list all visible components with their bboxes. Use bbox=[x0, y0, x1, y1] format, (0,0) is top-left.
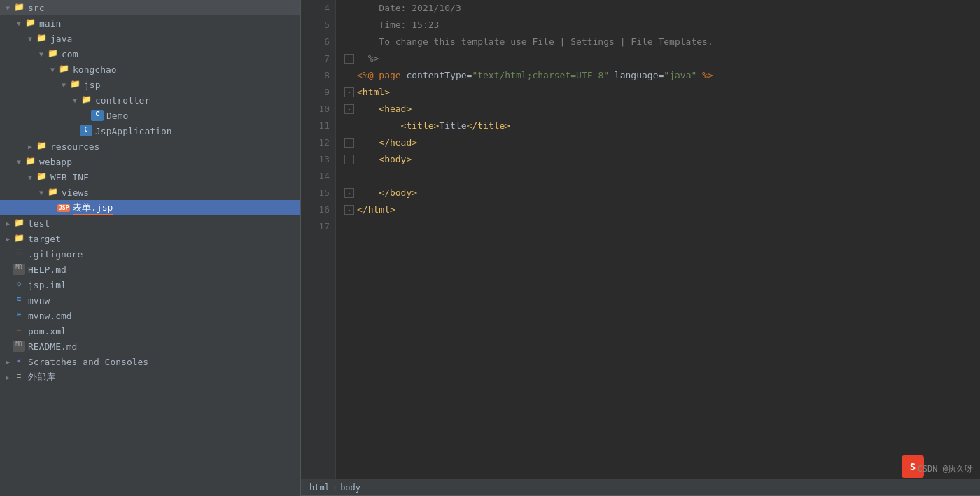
code-line: - <head> bbox=[344, 101, 972, 118]
tree-item-gitignore[interactable]: ☰.gitignore bbox=[0, 246, 300, 262]
tree-item-target[interactable]: ▶📁target bbox=[0, 231, 300, 246]
code-line: - <body> bbox=[344, 151, 972, 168]
tree-item-demo[interactable]: CDemo bbox=[0, 108, 300, 123]
tree-label-scratches: Scratches and Consoles bbox=[28, 357, 148, 367]
tree-item-mvnwcmd[interactable]: ≋mvnw.cmd bbox=[0, 308, 300, 323]
breadcrumb: html › body bbox=[301, 479, 980, 496]
code-line: Time: 15:23 bbox=[344, 17, 972, 34]
tree-item-resources[interactable]: ▶📁resources bbox=[0, 139, 300, 154]
fold-icon[interactable]: - bbox=[344, 54, 354, 64]
tree-label-jspiml: jsp.iml bbox=[28, 280, 66, 290]
tree-label-jspapp: JspApplication bbox=[95, 126, 172, 136]
fold-icon[interactable]: - bbox=[344, 87, 354, 97]
mvn-icon: ≋ bbox=[13, 295, 25, 306]
code-line: <%@ page contentType="text/html;charset=… bbox=[344, 67, 972, 84]
tree-arrow-scratches: ▶ bbox=[3, 358, 13, 366]
tree-label-src: src bbox=[28, 3, 44, 13]
tree-item-extlib[interactable]: ▶≡外部库 bbox=[0, 369, 300, 385]
tree-item-src[interactable]: ▼📁src bbox=[0, 0, 300, 15]
tree-item-webapp[interactable]: ▼📁webapp bbox=[0, 154, 300, 169]
tree-arrow-kongchao: ▼ bbox=[48, 66, 57, 73]
code-line: -</html> bbox=[344, 201, 972, 218]
jsp-icon: JSP bbox=[57, 202, 70, 213]
code-token: --%> bbox=[357, 50, 379, 67]
fold-icon[interactable]: - bbox=[344, 205, 354, 215]
code-token: "text/html;charset=UTF-8" bbox=[472, 67, 609, 84]
tree-item-pomxml[interactable]: ⋯pom.xml bbox=[0, 323, 300, 339]
tree-item-controller[interactable]: ▼📁controller bbox=[0, 92, 300, 108]
tree-label-gitignore: .gitignore bbox=[28, 249, 83, 260]
tree-item-jspiml[interactable]: ◇jsp.iml bbox=[0, 277, 300, 292]
tree-item-biaodanjsp[interactable]: JSP表单.jsp bbox=[0, 200, 300, 215]
line-number: 12 bbox=[307, 134, 330, 151]
folder-icon: 📁 bbox=[13, 218, 25, 229]
line-number: 17 bbox=[307, 218, 330, 235]
tree-item-views[interactable]: ▼📁views bbox=[0, 185, 300, 200]
tree-item-scratches[interactable]: ▶✦Scratches and Consoles bbox=[0, 354, 300, 369]
code-token: </title> bbox=[467, 118, 511, 134]
line-number: 15 bbox=[307, 185, 330, 201]
lib-icon: ≡ bbox=[13, 371, 25, 383]
folder-icon: 📁 bbox=[35, 33, 48, 44]
folder-icon: 📁 bbox=[57, 64, 70, 75]
line-number: 16 bbox=[307, 201, 330, 218]
tree-label-main: main bbox=[39, 18, 61, 29]
code-token: Date: 2021/10/3 bbox=[357, 0, 461, 17]
line-numbers: 4567891011121314151617 bbox=[301, 0, 336, 479]
iml-icon: ◇ bbox=[13, 279, 25, 290]
tree-arrow-com: ▼ bbox=[36, 50, 46, 58]
tree-arrow-test: ▶ bbox=[3, 220, 13, 227]
tree-item-jspapp[interactable]: CJspApplication bbox=[0, 123, 300, 139]
fold-icon[interactable]: - bbox=[344, 104, 354, 114]
tree-item-helpmd[interactable]: MDHELP.md bbox=[0, 262, 300, 277]
code-token: </html> bbox=[357, 201, 396, 218]
fold-icon[interactable]: - bbox=[344, 138, 354, 148]
tree-item-jsp[interactable]: ▼📁jsp bbox=[0, 77, 300, 92]
line-number: 4 bbox=[307, 0, 330, 17]
code-token: language= bbox=[609, 67, 664, 84]
tree-arrow-views: ▼ bbox=[36, 189, 46, 197]
tree-arrow-src: ▼ bbox=[3, 4, 13, 12]
code-line: - </head> bbox=[344, 134, 972, 151]
java-icon: C bbox=[91, 110, 104, 121]
line-number: 5 bbox=[307, 17, 330, 34]
tree-label-demo: Demo bbox=[106, 111, 128, 121]
tree-item-main[interactable]: ▼📁main bbox=[0, 15, 300, 31]
fold-icon[interactable]: - bbox=[344, 155, 354, 164]
java-icon: C bbox=[80, 125, 92, 136]
tree-item-readme[interactable]: MDREADME.md bbox=[0, 339, 300, 354]
code-line: Date: 2021/10/3 bbox=[344, 0, 972, 17]
file-tree: ▼📁src▼📁main▼📁java▼📁com▼📁kongchao▼📁jsp▼📁c… bbox=[0, 0, 301, 496]
code-line: ---%> bbox=[344, 50, 972, 67]
tree-item-webinf[interactable]: ▼📁WEB-INF bbox=[0, 169, 300, 185]
tree-arrow-target: ▶ bbox=[3, 235, 13, 243]
line-number: 11 bbox=[307, 118, 330, 134]
code-line bbox=[344, 218, 972, 235]
code-token: %> bbox=[696, 67, 713, 84]
folder-icon: 📁 bbox=[35, 171, 48, 183]
tree-label-views: views bbox=[62, 187, 89, 198]
tree-item-test[interactable]: ▶📁test bbox=[0, 215, 300, 231]
folder-icon: 📁 bbox=[24, 17, 36, 29]
line-number: 10 bbox=[307, 101, 330, 118]
tree-arrow-main: ▼ bbox=[14, 20, 24, 27]
file-icon: ☰ bbox=[13, 248, 25, 260]
tree-item-kongchao[interactable]: ▼📁kongchao bbox=[0, 62, 300, 77]
md-icon: MD bbox=[13, 264, 25, 275]
line-number: 9 bbox=[307, 84, 330, 101]
line-number: 14 bbox=[307, 168, 330, 185]
folder-icon: 📁 bbox=[46, 48, 59, 59]
tree-item-java[interactable]: ▼📁java bbox=[0, 31, 300, 46]
tree-item-mvnw[interactable]: ≋mvnw bbox=[0, 292, 300, 308]
folder-icon: 📁 bbox=[80, 94, 92, 106]
tree-arrow-jsp: ▼ bbox=[59, 81, 69, 89]
tree-item-com[interactable]: ▼📁com bbox=[0, 46, 300, 62]
code-area[interactable]: Date: 2021/10/3 Time: 15:23 To change th… bbox=[336, 0, 980, 479]
tree-label-jsp: jsp bbox=[84, 80, 100, 90]
watermark: CSDN @执久呀 bbox=[918, 463, 973, 475]
tree-label-webapp: webapp bbox=[39, 157, 72, 167]
tree-label-kongchao: kongchao bbox=[73, 64, 117, 75]
fold-icon[interactable]: - bbox=[344, 188, 354, 198]
xml-icon: ⋯ bbox=[13, 325, 25, 336]
line-number: 6 bbox=[307, 34, 330, 50]
